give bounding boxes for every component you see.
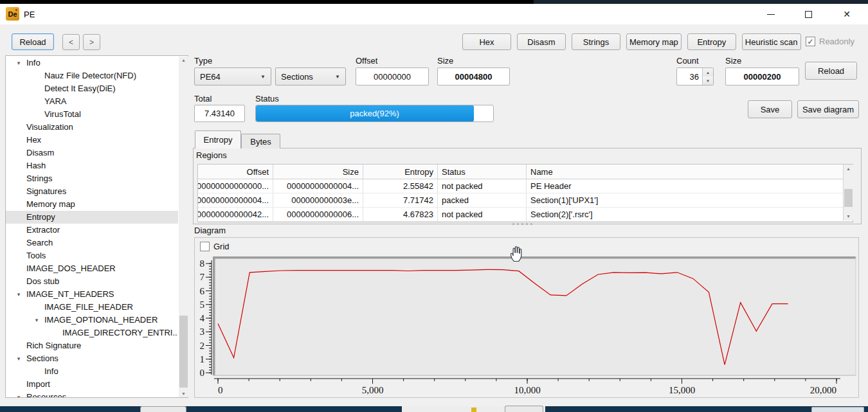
mouse-cursor-hand-icon bbox=[509, 244, 524, 262]
svg-text:1: 1 bbox=[200, 354, 205, 364]
tree-item-label: Extractor bbox=[26, 224, 60, 237]
toolbar-button-memory-map[interactable]: Memory map bbox=[626, 33, 682, 50]
tree-expand-icon[interactable]: ▾ bbox=[11, 57, 26, 69]
sidebar-item-search[interactable]: Search bbox=[6, 237, 178, 249]
sidebar-item-detect-it-easy-die-[interactable]: Detect It Easy(DiE) bbox=[6, 82, 178, 95]
background-button-fragment bbox=[505, 406, 543, 412]
status-progressbar: packed(92%) bbox=[255, 105, 494, 122]
background-button-fragment bbox=[140, 406, 186, 412]
tree-expand-icon[interactable]: ▾ bbox=[11, 391, 26, 397]
sidebar-item-hex[interactable]: Hex bbox=[6, 134, 178, 147]
entropy-chart[interactable]: 01234567805,00010,00015,00020,000 bbox=[196, 255, 858, 397]
toolbar-buttons: HexDisasmStringsMemory mapEntropyHeurist… bbox=[462, 33, 801, 50]
scroll-down-icon[interactable]: ▼ bbox=[179, 391, 188, 396]
size2-field[interactable]: 00000200 bbox=[725, 67, 799, 85]
scroll-down-icon[interactable]: ▼ bbox=[844, 214, 853, 219]
tree-expand-icon[interactable]: ▾ bbox=[11, 352, 26, 365]
sidebar-item-entropy[interactable]: Entropy bbox=[6, 211, 178, 224]
tree-expand-icon[interactable]: ▾ bbox=[11, 288, 26, 301]
splitter-handle[interactable] bbox=[512, 223, 532, 225]
svg-text:4: 4 bbox=[200, 313, 205, 323]
column-header-name[interactable]: Name bbox=[527, 165, 853, 179]
tab-bytes[interactable]: Bytes bbox=[241, 134, 280, 148]
sidebar-item-strings[interactable]: Strings bbox=[6, 172, 178, 185]
sidebar-item-image-dos-header[interactable]: IMAGE_DOS_HEADER bbox=[6, 262, 178, 275]
tree-item-label: Hash bbox=[26, 159, 46, 172]
column-header-status[interactable]: Status bbox=[438, 165, 527, 179]
regions-table-body: 00000000000000...00000000000004...2.5584… bbox=[198, 179, 853, 222]
sidebar-item-sections[interactable]: ▾Sections bbox=[6, 352, 178, 365]
sidebar-item-hash[interactable]: Hash bbox=[6, 159, 178, 172]
check-icon: ✓ bbox=[807, 38, 813, 46]
grid-checkbox[interactable] bbox=[200, 242, 210, 251]
count-spinner[interactable]: 36 ▲ ▼ bbox=[676, 67, 714, 85]
sidebar-item-visualization[interactable]: Visualization bbox=[6, 121, 178, 134]
table-cell: packed bbox=[438, 193, 527, 207]
toolbar-button-heuristic-scan[interactable]: Heuristic scan bbox=[742, 33, 801, 50]
table-row[interactable]: 00000000000042...00000000000006...4.6782… bbox=[198, 208, 853, 222]
sidebar-item-extractor[interactable]: Extractor bbox=[6, 224, 178, 237]
regions-table: OffsetSizeEntropyStatusName 000000000000… bbox=[197, 164, 853, 222]
grid-checkbox-row: Grid bbox=[200, 242, 230, 251]
forward-button[interactable]: > bbox=[83, 34, 100, 50]
spin-up-icon[interactable]: ▲ bbox=[703, 68, 713, 76]
sidebar-item-info[interactable]: ▾Info bbox=[6, 57, 178, 69]
mode-select[interactable]: Sections ▼ bbox=[275, 67, 346, 85]
table-row[interactable]: 00000000000000...00000000000004...2.5584… bbox=[198, 179, 853, 193]
svg-text:5,000: 5,000 bbox=[362, 385, 384, 395]
spin-down-icon[interactable]: ▼ bbox=[703, 76, 713, 85]
sidebar-item-tools[interactable]: Tools bbox=[6, 249, 178, 262]
sidebar-item-nauz-file-detector-nfd-[interactable]: Nauz File Detector(NFD) bbox=[6, 69, 178, 82]
scroll-up-icon[interactable]: ▲ bbox=[179, 58, 188, 62]
background-icon-fragment bbox=[471, 408, 476, 412]
sidebar-item-resources[interactable]: ▾Resources bbox=[6, 391, 178, 397]
save-button[interactable]: Save bbox=[748, 100, 792, 118]
sidebar-item-image-nt-headers[interactable]: ▾IMAGE_NT_HEADERS bbox=[6, 288, 178, 301]
column-header-entropy[interactable]: Entropy bbox=[363, 165, 438, 179]
table-scrollbar[interactable]: ▲ ▼ bbox=[843, 165, 853, 220]
tree-item-label: Import bbox=[26, 378, 50, 391]
size-field[interactable]: 00004800 bbox=[437, 67, 510, 85]
tree-expand-icon[interactable]: ▾ bbox=[29, 314, 44, 327]
scroll-up-icon[interactable]: ▲ bbox=[844, 166, 853, 171]
sidebar-item-image-optional-header[interactable]: ▾IMAGE_OPTIONAL_HEADER bbox=[6, 314, 178, 327]
sidebar-item-info[interactable]: Info bbox=[6, 365, 178, 378]
column-header-size[interactable]: Size bbox=[273, 165, 363, 179]
sidebar-scrollbar-thumb[interactable] bbox=[179, 316, 188, 388]
reload-button[interactable]: Reload bbox=[12, 33, 54, 50]
sidebar-item-image-directory-entri-[interactable]: IMAGE_DIRECTORY_ENTRI... bbox=[6, 327, 178, 339]
tree-item-label: Search bbox=[26, 237, 53, 249]
table-row[interactable]: 00000000000004...000000000003e...7.71742… bbox=[198, 193, 853, 208]
toolbar-button-hex[interactable]: Hex bbox=[462, 33, 511, 50]
close-button[interactable]: ✕ bbox=[832, 4, 862, 24]
sidebar-scrollbar[interactable]: ▲ ▼ bbox=[179, 57, 188, 397]
sidebar-item-yara[interactable]: YARA bbox=[6, 95, 178, 108]
sidebar-item-virustotal[interactable]: VirusTotal bbox=[6, 108, 178, 121]
svg-text:8: 8 bbox=[200, 258, 205, 269]
minimize-button[interactable] bbox=[756, 4, 786, 24]
sidebar-item-image-file-header[interactable]: IMAGE_FILE_HEADER bbox=[6, 301, 178, 314]
offset-field[interactable]: 00000000 bbox=[356, 67, 429, 85]
toolbar-button-disasm[interactable]: Disasm bbox=[517, 33, 566, 50]
column-header-offset[interactable]: Offset bbox=[198, 165, 273, 179]
status-label: Status bbox=[255, 94, 279, 103]
readonly-checkbox[interactable]: ✓ bbox=[806, 37, 815, 46]
reload-entropy-button[interactable]: Reload bbox=[805, 62, 857, 80]
type-label: Type bbox=[194, 56, 212, 66]
back-button[interactable]: < bbox=[62, 34, 80, 50]
sidebar-item-import[interactable]: Import bbox=[6, 378, 178, 391]
status-progress-text: packed(92%) bbox=[256, 105, 493, 121]
type-select[interactable]: PE64 ▼ bbox=[194, 67, 271, 85]
sidebar-item-rich-signature[interactable]: Rich Signature bbox=[6, 339, 178, 352]
sidebar-item-dos-stub[interactable]: Dos stub bbox=[6, 275, 178, 288]
sidebar-item-disasm[interactable]: Disasm bbox=[6, 147, 178, 159]
save-diagram-button[interactable]: Save diagram bbox=[797, 100, 859, 118]
toolbar-button-entropy[interactable]: Entropy bbox=[687, 33, 736, 50]
toolbar-button-strings[interactable]: Strings bbox=[572, 33, 620, 50]
tab-entropy[interactable]: Entropy bbox=[195, 130, 241, 148]
table-scrollbar-thumb[interactable] bbox=[844, 189, 853, 207]
sidebar-item-memory-map[interactable]: Memory map bbox=[6, 198, 178, 211]
tree-item-label: Visualization bbox=[26, 121, 73, 134]
sidebar-item-signatures[interactable]: Signatures bbox=[6, 185, 178, 198]
maximize-button[interactable] bbox=[793, 4, 823, 24]
